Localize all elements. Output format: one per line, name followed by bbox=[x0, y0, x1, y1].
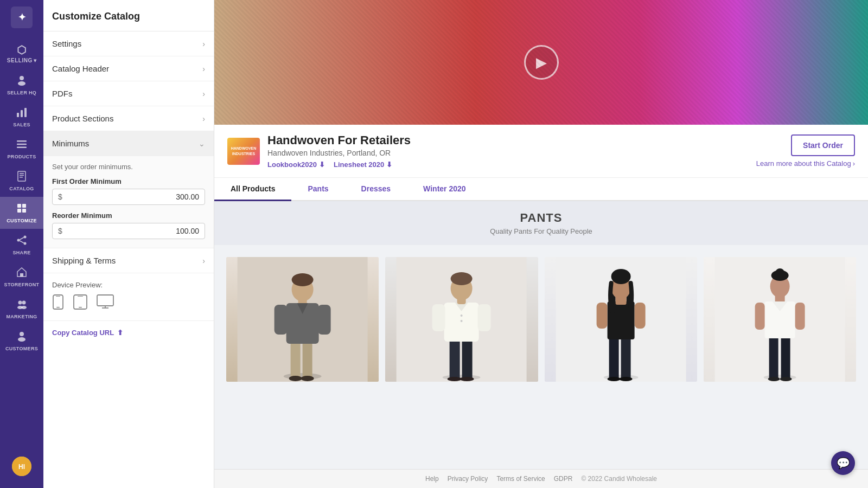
svg-rect-17 bbox=[22, 209, 26, 213]
nav-item-customize[interactable]: CUSTOMIZE bbox=[0, 197, 43, 229]
catalog-subtitle: Handwoven Industries, Portland, OR bbox=[267, 149, 411, 157]
linesheet-link[interactable]: Linesheet 2020 ⬇ bbox=[334, 160, 392, 169]
footer-privacy-link[interactable]: Privacy Policy bbox=[448, 475, 488, 483]
catalog-tabs: All Products Pants Dresses Winter 2020 bbox=[214, 178, 868, 201]
svg-line-22 bbox=[20, 241, 23, 243]
sidebar-item-settings[interactable]: Settings › bbox=[43, 31, 214, 56]
svg-rect-5 bbox=[21, 110, 23, 117]
svg-rect-7 bbox=[17, 140, 27, 142]
svg-point-65 bbox=[461, 314, 463, 317]
svg-rect-44 bbox=[303, 338, 312, 379]
svg-point-25 bbox=[22, 301, 26, 305]
svg-point-53 bbox=[301, 376, 314, 381]
product-image bbox=[385, 257, 538, 382]
svg-rect-50 bbox=[318, 305, 331, 335]
list-item[interactable] bbox=[385, 257, 538, 382]
svg-rect-13 bbox=[20, 177, 23, 178]
page-footer: Help Privacy Policy Terms of Service GDP… bbox=[214, 469, 868, 488]
learn-more-link[interactable]: Learn more about this Catalog › bbox=[756, 159, 855, 168]
svg-point-68 bbox=[460, 377, 474, 381]
sidebar-item-shipping-terms[interactable]: Shipping & Terms › bbox=[43, 248, 214, 273]
first-order-minimum-input[interactable]: $ bbox=[52, 189, 205, 205]
product-image bbox=[226, 257, 379, 382]
svg-point-28 bbox=[20, 332, 24, 336]
chevron-right-icon: › bbox=[202, 256, 205, 265]
tab-winter-2020[interactable]: Winter 2020 bbox=[407, 178, 482, 201]
nav-item-products[interactable]: PRODUCTS bbox=[0, 133, 43, 165]
storefront-icon bbox=[16, 266, 28, 280]
list-item[interactable] bbox=[545, 257, 697, 382]
sidebar-item-minimums[interactable]: Minimums ⌄ bbox=[43, 131, 214, 156]
svg-point-81 bbox=[607, 377, 620, 381]
svg-rect-33 bbox=[56, 307, 60, 308]
nav-item-marketing[interactable]: MARKETING bbox=[0, 293, 43, 325]
sales-icon bbox=[16, 106, 28, 120]
copy-catalog-url-button[interactable]: Copy Catalog URL ⬆ bbox=[43, 321, 214, 344]
svg-point-2 bbox=[20, 76, 24, 80]
lookbook-link[interactable]: Lookbook2020 ⬇ bbox=[267, 160, 325, 169]
marketing-icon bbox=[16, 298, 28, 312]
svg-rect-37 bbox=[78, 296, 83, 297]
nav-item-catalog[interactable]: CATALOG bbox=[0, 165, 43, 197]
svg-rect-15 bbox=[22, 204, 26, 208]
product-grid bbox=[214, 245, 868, 394]
svg-rect-11 bbox=[20, 173, 24, 174]
footer-terms-link[interactable]: Terms of Service bbox=[496, 475, 545, 483]
desktop-preview-icon[interactable] bbox=[97, 294, 114, 313]
svg-rect-10 bbox=[18, 171, 25, 181]
section-header: PANTS Quality Pants For Quality People bbox=[214, 201, 868, 245]
svg-rect-79 bbox=[596, 303, 607, 329]
svg-text:HI: HI bbox=[18, 463, 25, 471]
svg-rect-14 bbox=[17, 204, 21, 208]
tablet-preview-icon[interactable] bbox=[73, 294, 88, 313]
svg-point-3 bbox=[18, 81, 25, 86]
list-item[interactable] bbox=[226, 257, 379, 382]
sidebar-item-pdfs[interactable]: PDFs › bbox=[43, 81, 214, 106]
reorder-minimum-field[interactable] bbox=[66, 227, 199, 235]
nav-item-selling[interactable]: ⬡ Selling ▾ bbox=[0, 39, 43, 69]
nav-item-share[interactable]: SHARE bbox=[0, 229, 43, 261]
nav-item-storefront[interactable]: STOREFRONT bbox=[0, 261, 43, 293]
svg-point-91 bbox=[775, 268, 784, 276]
svg-point-19 bbox=[17, 239, 20, 242]
catalog-title: Handwoven For Retailers bbox=[267, 133, 411, 147]
svg-rect-80 bbox=[634, 303, 645, 329]
play-video-button[interactable]: ▶ bbox=[524, 45, 559, 80]
product-image bbox=[545, 257, 697, 382]
app-logo[interactable]: ✦ bbox=[11, 7, 33, 28]
phone-preview-icon[interactable] bbox=[52, 294, 64, 313]
catalog-links: Lookbook2020 ⬇ Linesheet 2020 ⬇ bbox=[267, 160, 411, 169]
seller-hq-icon bbox=[16, 74, 28, 88]
svg-rect-34 bbox=[56, 296, 60, 297]
section-title: PANTS bbox=[224, 211, 858, 225]
svg-text:✦: ✦ bbox=[18, 12, 26, 23]
nav-item-customers[interactable]: CUSTOMERS bbox=[0, 325, 43, 357]
footer-help-link[interactable]: Help bbox=[425, 475, 439, 483]
sidebar-item-product-sections[interactable]: Product Sections › bbox=[43, 106, 214, 131]
tab-pants[interactable]: Pants bbox=[291, 178, 344, 201]
start-order-button[interactable]: Start Order bbox=[791, 134, 855, 156]
play-icon: ▶ bbox=[536, 54, 547, 71]
svg-point-62 bbox=[451, 272, 473, 285]
sidebar-title: Customize Catalog bbox=[43, 0, 214, 31]
device-preview-icons bbox=[52, 294, 205, 313]
svg-point-29 bbox=[18, 337, 25, 342]
tab-all-products[interactable]: All Products bbox=[214, 178, 291, 201]
nav-item-sales[interactable]: SALES bbox=[0, 101, 43, 133]
footer-gdpr-link[interactable]: GDPR bbox=[554, 475, 573, 483]
svg-point-96 bbox=[780, 377, 792, 381]
nav-item-seller-hq[interactable]: SELLER HQ bbox=[0, 69, 43, 101]
list-item[interactable] bbox=[704, 257, 856, 382]
svg-rect-43 bbox=[291, 338, 301, 379]
sidebar-item-catalog-header[interactable]: Catalog Header › bbox=[43, 56, 214, 81]
tab-dresses[interactable]: Dresses bbox=[345, 178, 407, 201]
share-icon bbox=[16, 234, 28, 248]
chevron-right-icon: › bbox=[202, 65, 205, 73]
catalog-right-actions: Start Order Learn more about this Catalo… bbox=[756, 134, 855, 168]
chat-button[interactable]: 💬 bbox=[831, 451, 855, 475]
first-order-minimum-field[interactable] bbox=[66, 192, 199, 201]
user-avatar[interactable]: HI bbox=[12, 457, 31, 476]
download-icon: ⬇ bbox=[386, 160, 392, 169]
reorder-minimum-input[interactable]: $ bbox=[52, 223, 205, 239]
chat-icon: 💬 bbox=[837, 457, 850, 470]
